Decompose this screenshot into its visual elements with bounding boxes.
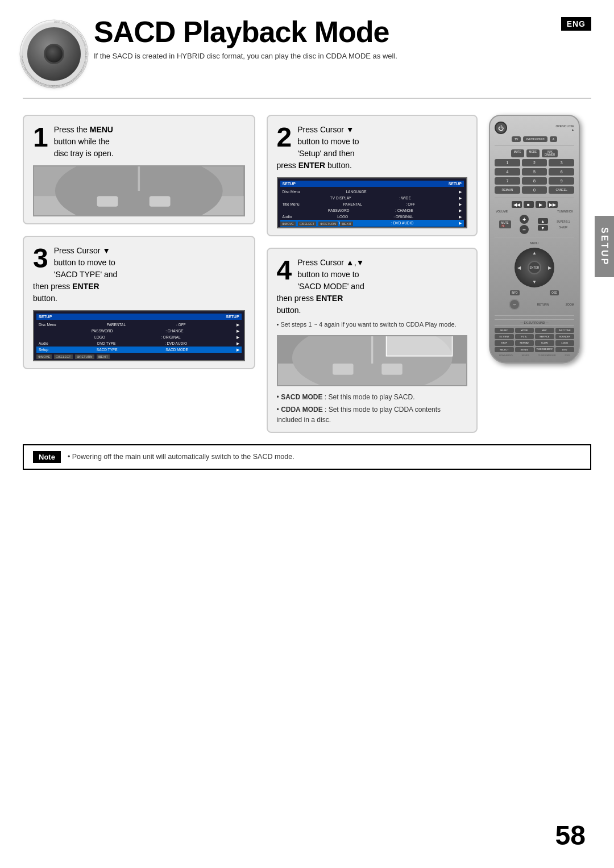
num-6[interactable]: 6 bbox=[549, 168, 574, 176]
osd-button[interactable]: OSD bbox=[550, 290, 559, 295]
volume-tuning-area: VOLUME TUNING/CH bbox=[495, 210, 574, 213]
cdda-mode-note: • CDDA MODE : Set this mode to play CDDA… bbox=[277, 404, 467, 425]
repeat-button[interactable]: REPEAT bbox=[515, 340, 534, 345]
soundef-button[interactable]: SOUNDEF bbox=[555, 334, 575, 339]
nav-right-arrow[interactable]: ▶ bbox=[548, 265, 551, 270]
cd-button[interactable]: A bbox=[550, 136, 557, 142]
step-4-box: 4 Press Cursor ▲,▼ button to move to 'SA… bbox=[267, 248, 478, 433]
page-number: 58 bbox=[555, 820, 586, 851]
open-close-label: OPEN/CLOSE▲ bbox=[555, 124, 574, 131]
num-8[interactable]: 8 bbox=[522, 177, 547, 185]
volume-label: VOLUME bbox=[496, 210, 508, 213]
enter-button[interactable]: ENTER bbox=[528, 261, 541, 274]
num-1[interactable]: 1 bbox=[495, 159, 520, 166]
send0-button[interactable]: SEND0 bbox=[515, 347, 534, 352]
mute-small-button[interactable]: MUTE🔇 bbox=[499, 220, 511, 228]
service-button[interactable]: SERVICE bbox=[535, 334, 554, 339]
select-button[interactable]: SELECT bbox=[495, 347, 514, 352]
movie-button[interactable]: MOVIE bbox=[515, 328, 534, 333]
note-box: Note • Powering off the main unit will a… bbox=[23, 444, 591, 470]
num-5[interactable]: 5 bbox=[522, 168, 547, 176]
hdmi-audio-label: HDMI AUDIO bbox=[499, 354, 513, 357]
asc-button[interactable]: ASC bbox=[535, 328, 554, 333]
step-1-box: 1 Press the MENU button while the disc t… bbox=[23, 115, 255, 224]
play-button[interactable]: ▶ bbox=[536, 201, 546, 208]
power-button[interactable]: ⏻ bbox=[495, 122, 507, 134]
num-9[interactable]: 9 bbox=[549, 177, 574, 185]
tuning-down-button[interactable]: ▼ bbox=[538, 225, 548, 231]
num-3[interactable]: 3 bbox=[549, 159, 574, 166]
info-button[interactable]: INFO bbox=[510, 290, 520, 295]
return-button[interactable]: ↩ bbox=[509, 299, 520, 310]
mute-super-row: MUTE🔇 + − ▲ ▼ SUPER 5.1 S-MUP bbox=[495, 215, 574, 234]
step-1-text: Press the MENU button while the disc tra… bbox=[33, 124, 245, 160]
logo-button[interactable]: LOGO bbox=[555, 340, 575, 345]
mute-button[interactable]: MUTE bbox=[511, 149, 524, 157]
ez-view-button[interactable]: EZ VIEW bbox=[495, 334, 514, 339]
tuner-memory-button[interactable]: TUNER/MEMORY bbox=[535, 347, 554, 352]
step-4-number: 4 bbox=[277, 257, 292, 284]
remote-control: ⏻ OPEN/CLOSE▲ TV DVD/RECORDER A MUTE MOD… bbox=[489, 115, 580, 364]
language-badge: ENG bbox=[561, 17, 591, 31]
subtitle: If the SACD is created in HYBRID disc fo… bbox=[94, 51, 591, 61]
return-area: ↩ RETURN ZOOM bbox=[495, 297, 574, 312]
dvd-label: DVD bbox=[565, 354, 570, 357]
tuning-label: TUNING/CH bbox=[557, 210, 573, 213]
header-divider bbox=[23, 98, 591, 99]
aux-button[interactable]: AUXDIMMER bbox=[542, 149, 558, 157]
num-0[interactable]: 0 bbox=[522, 186, 547, 194]
remain-button[interactable]: REMAIN bbox=[495, 186, 520, 194]
remote-column: ⏻ OPEN/CLOSE▲ TV DVD/RECORDER A MUTE MOD… bbox=[489, 115, 591, 433]
stop-btm-button[interactable]: STOP bbox=[495, 340, 514, 345]
dvd-button[interactable]: DVD bbox=[555, 347, 575, 352]
volume-down-button[interactable]: − bbox=[520, 225, 529, 234]
step-3-text: Press Cursor ▼ button to move to 'SACD T… bbox=[33, 245, 245, 304]
nav-left-arrow[interactable]: ◀ bbox=[517, 265, 521, 270]
slow-button[interactable]: SLOW bbox=[535, 340, 554, 345]
num-7[interactable]: 7 bbox=[495, 177, 520, 185]
nav-down-arrow[interactable]: ▼ bbox=[532, 279, 537, 285]
num-2[interactable]: 2 bbox=[522, 159, 547, 166]
fast-forward-button[interactable]: ▶▶ bbox=[547, 201, 558, 208]
page-title: SACD Playback Mode bbox=[94, 17, 389, 47]
speaker-icon bbox=[23, 23, 85, 85]
setup-tab: SETUP bbox=[595, 216, 614, 277]
dvd-recorder-button[interactable]: DVD/RECORDER bbox=[523, 136, 547, 142]
tuning-up-button[interactable]: ▲ bbox=[538, 218, 548, 224]
step-2-box: 2 Press Cursor ▼ button to move to 'Setu… bbox=[267, 115, 478, 236]
main-content: 1 Press the MENU button while the disc t… bbox=[0, 103, 614, 433]
mode-button[interactable]: MODE bbox=[526, 149, 540, 157]
cancel-button[interactable]: CANCEL bbox=[549, 186, 574, 194]
svg-rect-8 bbox=[150, 196, 171, 206]
step-4-note: • Set steps 1 ~ 4 again if you want to s… bbox=[277, 320, 467, 329]
step-1-image bbox=[33, 165, 245, 216]
svg-rect-14 bbox=[333, 363, 353, 374]
rewind-button[interactable]: ◀◀ bbox=[512, 201, 522, 208]
step-3-number: 3 bbox=[33, 245, 48, 272]
ex-surround-label: — EX.SURROUND — bbox=[495, 319, 574, 326]
bottom-buttons-grid: MUSIC MOVIE ASC INST.TONE EZ VIEW PL II+… bbox=[495, 328, 574, 352]
navigation-circle: ▲ ▼ ◀ ▶ ENTER bbox=[515, 248, 554, 287]
left-steps-column: 1 Press the MENU button while the disc t… bbox=[23, 115, 255, 433]
title-area: SACD Playback Mode ENG If the SACD is cr… bbox=[94, 17, 591, 61]
step-2-text: Press Cursor ▼ button to move to 'Setup'… bbox=[277, 124, 467, 172]
note-label: Note bbox=[33, 451, 61, 463]
num-4[interactable]: 4 bbox=[495, 168, 520, 176]
step-2-menu-image: SETUP SETUP Disc MenuLANGUAGE▶ TV DISPLA… bbox=[277, 177, 467, 228]
music-button[interactable]: MUSIC bbox=[495, 328, 514, 333]
super51-label: SUPER 5.1 S-MUP bbox=[557, 220, 570, 229]
pls-button[interactable]: PL II+ bbox=[515, 334, 534, 339]
step-3-menu-image: SETUP SETUP Disc MenuPARENTAL: OFF▶ PASS… bbox=[33, 310, 245, 361]
stop-button[interactable]: ■ bbox=[524, 201, 534, 208]
tuner-memory-label: TUNER/MINGER bbox=[538, 354, 556, 357]
menu-label: MENU bbox=[495, 241, 574, 245]
tv-button[interactable]: TV bbox=[512, 136, 521, 142]
sacd-mode-note: • SACD MODE : Set this mode to play SACD… bbox=[277, 392, 467, 402]
volume-up-button[interactable]: + bbox=[520, 215, 529, 224]
return-label: RETURN bbox=[537, 303, 549, 306]
transport-controls: ◀◀ ■ ▶ ▶▶ bbox=[495, 201, 574, 208]
step-4-image bbox=[277, 335, 467, 386]
number-grid: 1 2 3 4 5 6 7 8 9 REMAIN 0 CANCEL bbox=[495, 159, 574, 194]
inst-tone-button[interactable]: INST.TONE bbox=[555, 328, 575, 333]
nav-up-arrow[interactable]: ▲ bbox=[532, 251, 537, 256]
